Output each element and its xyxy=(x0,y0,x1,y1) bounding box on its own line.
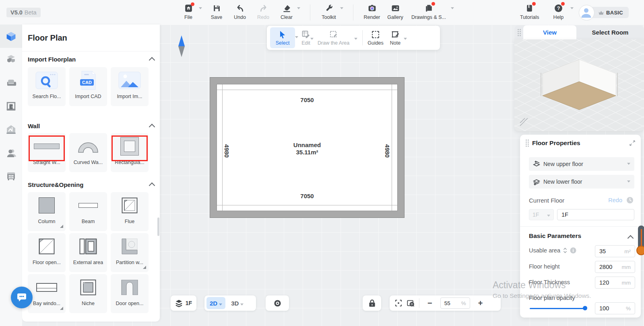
opacity-slider-knob[interactable] xyxy=(583,306,587,310)
section-import-floorplan[interactable]: Import Floorplan xyxy=(28,56,154,63)
card-door-opening[interactable]: Door open... xyxy=(111,274,149,313)
floor-thickness-input[interactable]: 120 mm xyxy=(595,277,635,289)
floorplan-walls[interactable]: 7050 7050 4980 4980 Unnamed 35.11m² xyxy=(210,77,405,218)
rail-item-custom-furniture[interactable] xyxy=(0,164,22,188)
north-compass-icon[interactable] xyxy=(178,35,185,57)
new-lower-floor-button[interactable]: New lower floor xyxy=(529,175,634,189)
note-tool-button[interactable]: Note xyxy=(390,30,400,46)
history-clock-icon[interactable] xyxy=(626,197,634,204)
draw-area-tool-button[interactable]: Draw the Area xyxy=(318,30,349,46)
floor-selector-button[interactable]: 1F xyxy=(171,295,196,311)
opacity-slider-track[interactable] xyxy=(530,308,585,309)
select-dropdown-chevron-icon[interactable] xyxy=(295,36,298,40)
current-floor-chip: 1F xyxy=(186,300,192,306)
card-import-cad[interactable]: CAD Import CAD xyxy=(69,67,107,106)
redo-link[interactable]: Redo xyxy=(608,197,622,203)
render-button[interactable]: Render xyxy=(363,4,381,20)
sort-updown-icon[interactable] xyxy=(563,248,567,253)
drawings-schemes-button[interactable]: Drawings & S... xyxy=(410,4,448,20)
undo-button[interactable]: Undo xyxy=(231,4,249,20)
zoom-to-area-icon[interactable] xyxy=(407,299,415,307)
collapse-chevron-icon[interactable] xyxy=(149,182,155,189)
section-structure-opening[interactable]: Structure&Opening xyxy=(28,181,154,188)
card-straight-wall[interactable]: Straight W... xyxy=(28,133,66,172)
card-beam[interactable]: Beam xyxy=(69,192,107,231)
new-upper-floor-button[interactable]: New upper floor xyxy=(529,157,634,171)
edit-grid-pencil-icon xyxy=(301,30,310,39)
card-column[interactable]: Column xyxy=(28,192,66,231)
tab-view[interactable]: View xyxy=(523,25,576,39)
wrench-icon xyxy=(324,4,334,13)
guides-tool-button[interactable]: Guides xyxy=(367,30,384,46)
drawings-dropdown-chevron-icon[interactable] xyxy=(451,7,454,11)
drag-handle-icon[interactable] xyxy=(526,139,529,147)
rail-item-floorplan[interactable] xyxy=(0,25,22,48)
thermometer-bulb-icon xyxy=(636,246,644,255)
floorplan-room[interactable]: 7050 7050 4980 4980 Unnamed 35.11m² xyxy=(217,84,398,211)
thermometer-widget[interactable] xyxy=(638,226,644,253)
zoom-in-button[interactable]: + xyxy=(474,299,487,308)
edit-tool-button[interactable]: Edit xyxy=(301,30,310,46)
rail-item-furnish[interactable] xyxy=(0,71,22,94)
file-button[interactable]: File xyxy=(180,4,197,20)
visibility-button[interactable] xyxy=(266,295,289,311)
card-curved-wall[interactable]: Curved Wa... xyxy=(69,133,107,172)
help-button[interactable]: ? Help xyxy=(549,4,567,20)
note-dropdown-chevron-icon[interactable] xyxy=(404,38,407,41)
basic-parameters-header[interactable]: Basic Parameters xyxy=(529,232,581,240)
floor-height-input[interactable]: 2800 mm xyxy=(595,261,635,273)
rail-item-ai-design[interactable] xyxy=(0,118,22,141)
zoom-level-input[interactable]: 55 % xyxy=(440,297,470,309)
select-tool-button[interactable]: Select xyxy=(270,27,295,48)
mode-2d-button[interactable]: 2D xyxy=(206,297,225,309)
expand-panel-icon[interactable] xyxy=(630,140,635,146)
zoom-out-button[interactable]: − xyxy=(423,299,436,308)
file-dropdown-chevron-icon[interactable] xyxy=(199,7,202,11)
view-mode-switch: 2D 3D xyxy=(204,295,256,311)
rail-item-account[interactable] xyxy=(0,141,22,164)
avatar[interactable] xyxy=(579,5,594,21)
card-floor-opening[interactable]: Floor open... xyxy=(28,233,66,272)
opacity-input[interactable]: 100 % xyxy=(595,302,635,314)
toolkit-button[interactable]: Toolkit xyxy=(320,4,338,20)
panel-scrollbar[interactable] xyxy=(157,217,159,236)
room-label[interactable]: Unnamed 35.11m² xyxy=(217,141,397,156)
edit-dropdown-chevron-icon[interactable] xyxy=(310,38,314,41)
usable-area-input[interactable]: 35 m² xyxy=(595,245,635,257)
toolkit-dropdown-chevron-icon[interactable] xyxy=(340,7,343,11)
card-partition-wall[interactable]: Partition w... xyxy=(111,233,149,272)
gallery-button[interactable]: Gallery xyxy=(386,4,404,20)
save-button[interactable]: Save xyxy=(208,4,225,20)
center-view-icon[interactable] xyxy=(394,299,402,307)
collapse-chevron-icon[interactable] xyxy=(627,235,634,242)
crown-icon xyxy=(598,10,604,15)
clear-button[interactable]: Clear xyxy=(278,4,295,20)
clear-dropdown-chevron-icon[interactable] xyxy=(297,7,300,11)
rail-item-templates[interactable] xyxy=(0,48,22,71)
rail-item-doors-windows[interactable] xyxy=(0,94,22,118)
draw-area-dropdown-chevron-icon[interactable] xyxy=(354,38,357,41)
3d-preview[interactable] xyxy=(514,39,644,131)
collapse-chevron-icon[interactable] xyxy=(149,124,155,130)
card-search-floorplan[interactable]: Search Flo... xyxy=(28,67,66,106)
card-niche[interactable]: Niche xyxy=(69,274,107,313)
floor-properties-panel: Floor Properties New upper floor New low… xyxy=(520,135,641,318)
tab-select-room[interactable]: Select Room xyxy=(576,25,644,39)
mode-3d-button[interactable]: 3D xyxy=(228,297,247,309)
card-rectangular-room[interactable]: Rectangula... xyxy=(111,133,149,172)
redo-button[interactable]: Redo xyxy=(254,4,272,20)
card-import-image[interactable]: Import Im... xyxy=(111,67,149,106)
drag-handle-icon[interactable] xyxy=(518,25,521,39)
section-wall[interactable]: Wall xyxy=(28,123,154,129)
help-dropdown-chevron-icon[interactable] xyxy=(570,7,574,11)
info-icon[interactable] xyxy=(570,247,576,254)
card-bay-window[interactable]: Bay windo... xyxy=(28,274,66,313)
tutorials-button[interactable]: Tutorials xyxy=(520,4,539,20)
floor-name-input[interactable]: 1F xyxy=(557,209,634,220)
card-external-area[interactable]: External area xyxy=(69,233,107,272)
support-chat-button[interactable] xyxy=(11,287,33,308)
floor-select-dropdown[interactable]: 1F xyxy=(529,209,554,220)
collapse-chevron-icon[interactable] xyxy=(149,57,155,64)
card-flue[interactable]: Flue xyxy=(111,192,149,231)
lock-button[interactable] xyxy=(363,295,381,311)
